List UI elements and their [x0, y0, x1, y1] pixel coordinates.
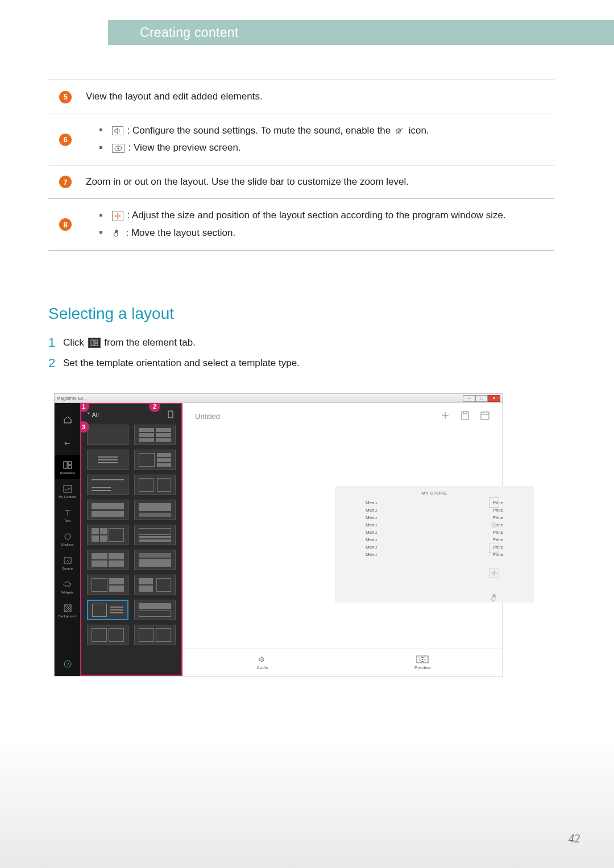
badge-6: 6: [59, 134, 72, 146]
svg-rect-19: [462, 412, 468, 420]
svg-line-1: [396, 128, 403, 134]
window-titlebar: MagicInfo Ex... — □ ✕: [55, 394, 503, 403]
sidebar-templates[interactable]: Templates: [55, 455, 80, 479]
svg-text:?: ?: [66, 662, 69, 667]
sidebar-text[interactable]: Text: [55, 503, 80, 527]
section-heading: Selecting a layout: [48, 305, 554, 323]
template-item[interactable]: [134, 475, 176, 495]
template-item[interactable]: [87, 475, 128, 495]
svg-rect-8: [95, 343, 98, 346]
text-icon: [63, 508, 73, 518]
template-item-selected[interactable]: [87, 600, 128, 620]
chapter-title: Creating content: [140, 25, 239, 40]
sidebar-help[interactable]: ?: [55, 652, 80, 676]
template-item[interactable]: [134, 500, 176, 520]
svg-rect-9: [64, 462, 67, 468]
window-max-button[interactable]: □: [475, 395, 488, 402]
sidebar-back[interactable]: [55, 431, 80, 455]
svg-rect-10: [68, 462, 72, 464]
sticker-icon: [63, 531, 73, 542]
svg-rect-20: [481, 412, 489, 420]
preview-btn-icon: [416, 655, 429, 663]
home-icon: [63, 414, 73, 425]
svg-point-4: [117, 147, 119, 149]
template-item[interactable]: [87, 450, 128, 470]
template-item[interactable]: [134, 525, 176, 545]
sidebar-home[interactable]: [55, 408, 80, 431]
template-item[interactable]: [87, 550, 128, 570]
templates-panel: 1 2 3 ˅ All: [80, 403, 182, 676]
svg-point-23: [422, 659, 423, 660]
chapter-header: Creating content: [124, 20, 614, 45]
template-item[interactable]: [134, 575, 176, 595]
template-item[interactable]: [87, 425, 128, 445]
step-1: 1 Click from the element tab.: [48, 335, 554, 350]
preview-icon: [112, 144, 125, 153]
legend-row-5: 5 View the layout and edit added element…: [48, 80, 554, 114]
svg-rect-11: [68, 466, 72, 468]
canvas-area: Untitled MY STORE MenuPrice MenuPrice Me…: [182, 403, 503, 676]
legend-row-8: 8 : Adjust the size and position of the …: [48, 199, 554, 250]
audio-section[interactable]: Audio: [182, 655, 343, 670]
hand-icon: [112, 228, 122, 238]
badge-5: 5: [59, 91, 72, 103]
badge-8: 8: [59, 218, 72, 231]
template-item[interactable]: [87, 625, 128, 645]
window-close-button[interactable]: ✕: [488, 395, 500, 402]
back-icon: [63, 438, 73, 448]
template-item[interactable]: [87, 500, 128, 520]
sound-icon: [112, 126, 123, 135]
template-item[interactable]: [87, 525, 128, 545]
page-content: 5 View the layout and edit added element…: [48, 80, 554, 676]
template-item[interactable]: [134, 550, 176, 570]
layout-preview: MY STORE MenuPrice MenuPrice MenuPrice M…: [335, 486, 534, 603]
sidebar-stickers[interactable]: Stickers: [55, 527, 80, 551]
zoom-rail: + −: [489, 497, 499, 604]
step-2: 2 Set the template orientation and selec…: [48, 356, 554, 371]
audio-icon: [258, 655, 268, 663]
pan-button[interactable]: [490, 593, 498, 604]
help-icon: ?: [63, 659, 73, 669]
add-button[interactable]: [440, 410, 450, 422]
save-button[interactable]: [460, 410, 470, 422]
template-item[interactable]: [134, 425, 176, 445]
svg-point-13: [65, 534, 70, 539]
templates-tab-icon: [88, 338, 101, 348]
legend-table: 5 View the layout and edit added element…: [48, 80, 554, 251]
legend-row-6: 6 : Configure the sound settings. To mut…: [48, 114, 554, 165]
tab-accent: [108, 20, 124, 45]
orientation-icon[interactable]: [167, 410, 176, 420]
legend-7-text: Zoom in or out on the layout. Use the sl…: [82, 165, 554, 199]
sidebar-widgets[interactable]: Widgets: [55, 575, 80, 599]
filter-all[interactable]: ˅ All: [87, 412, 99, 419]
zoom-out-button[interactable]: −: [489, 543, 499, 553]
preview-section[interactable]: Preview: [343, 655, 503, 670]
fit-button[interactable]: [489, 568, 499, 578]
mute-icon: [395, 126, 405, 135]
template-item[interactable]: [87, 575, 128, 595]
document-title: Untitled: [195, 412, 220, 421]
template-item[interactable]: [134, 600, 176, 620]
sidebar-mycontent[interactable]: My Content: [55, 479, 80, 503]
app-screenshot: MagicInfo Ex... — □ ✕ Templates My Conte…: [54, 393, 503, 676]
legend-row-7: 7 Zoom in or out on the layout. Use the …: [48, 165, 554, 199]
sidebar-source[interactable]: Source: [55, 551, 80, 575]
image-icon: [63, 484, 73, 494]
svg-rect-6: [91, 340, 94, 346]
badge-7: 7: [59, 176, 72, 188]
template-item[interactable]: [134, 625, 176, 645]
legend-5-text: View the layout and edit added elements.: [82, 80, 554, 114]
svg-rect-7: [95, 340, 98, 342]
background-icon: [63, 603, 73, 613]
templates-icon: [63, 460, 73, 470]
fit-icon: [112, 211, 123, 221]
schedule-button[interactable]: [480, 410, 490, 422]
element-sidebar: Templates My Content Text Stickers Sourc…: [55, 403, 80, 676]
svg-rect-18: [168, 411, 173, 418]
cloud-icon: [63, 579, 73, 589]
sidebar-background[interactable]: Background: [55, 599, 80, 622]
zoom-in-button[interactable]: +: [489, 497, 499, 508]
window-min-button[interactable]: —: [463, 395, 475, 402]
zoom-slider-thumb[interactable]: [491, 522, 497, 528]
template-item[interactable]: [134, 450, 176, 470]
